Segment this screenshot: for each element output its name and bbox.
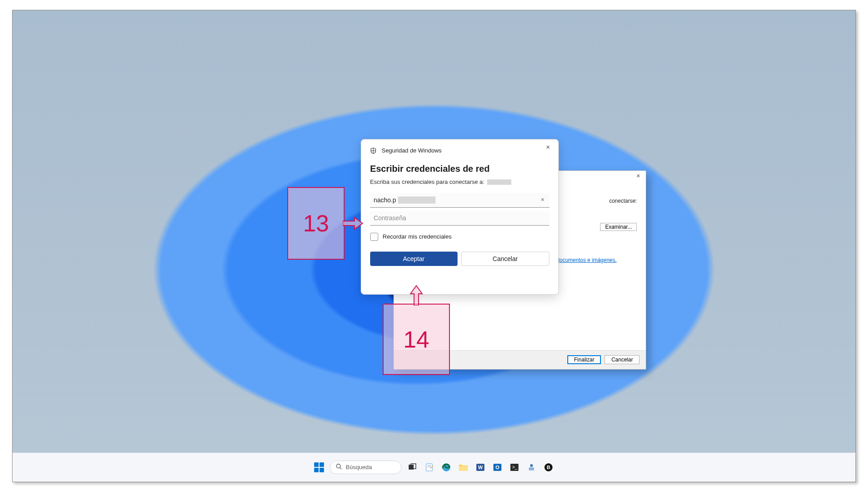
svg-rect-8	[459, 466, 468, 471]
taskbar-app-edge[interactable]	[440, 461, 453, 474]
credential-app-name: Seguridad de Windows	[382, 147, 442, 154]
arrow-right-icon	[343, 216, 363, 231]
outlook-icon: O	[492, 462, 502, 472]
wizard-cancel-button[interactable]: Cancelar	[605, 355, 639, 364]
username-input[interactable]	[370, 193, 549, 208]
taskbar: Búsqueda W O >_ B	[13, 453, 855, 482]
username-field-wrapper: ×	[370, 193, 549, 208]
taskbar-search[interactable]: Búsqueda	[330, 461, 402, 474]
svg-rect-16	[529, 467, 534, 470]
svg-text:O: O	[496, 465, 500, 470]
redacted-server-name	[487, 179, 511, 185]
wizard-instruction-tail: conectarse:	[609, 198, 637, 204]
annotation-step-13: 13	[287, 187, 345, 260]
arrow-up-icon	[409, 284, 424, 305]
folder-icon	[458, 463, 468, 472]
screenshot-frame: × conectarse: Examinar... Conectar con o…	[12, 10, 856, 482]
clear-username-icon[interactable]: ×	[539, 196, 547, 204]
taskbar-app-generic-2[interactable]: B	[542, 461, 555, 474]
credential-button-row: Aceptar Cancelar	[370, 252, 549, 266]
svg-text:B: B	[547, 465, 551, 470]
remember-credentials-row[interactable]: Recordar mis credenciales	[370, 233, 549, 241]
redacted-username-tail	[398, 196, 436, 204]
windows-logo-icon	[314, 462, 324, 472]
credential-titlebar: Seguridad de Windows	[370, 146, 549, 156]
remember-credentials-label: Recordar mis credenciales	[383, 233, 452, 240]
accept-button[interactable]: Aceptar	[370, 252, 458, 266]
credential-cancel-button[interactable]: Cancelar	[461, 252, 549, 266]
svg-text:W: W	[478, 465, 483, 470]
terminal-icon: >_	[510, 463, 519, 471]
credential-subtext: Escriba sus credenciales para conectarse…	[370, 179, 549, 185]
taskbar-app-generic-1[interactable]	[525, 461, 538, 474]
circle-b-icon: B	[544, 463, 553, 472]
checkbox-unchecked-icon	[370, 233, 378, 241]
edge-icon	[441, 462, 451, 472]
credential-close-button[interactable]: ×	[543, 143, 553, 153]
wizard-close-button[interactable]: ×	[630, 171, 646, 182]
word-icon: W	[475, 462, 485, 472]
browse-button[interactable]: Examinar...	[600, 223, 637, 231]
shield-icon	[370, 148, 376, 154]
credential-heading: Escribir credenciales de red	[370, 164, 549, 174]
taskbar-app-outlook[interactable]: O	[491, 461, 504, 474]
svg-text:>_: >_	[512, 465, 518, 470]
password-input[interactable]	[370, 211, 549, 226]
annotation-step-14: 14	[383, 304, 450, 375]
svg-point-0	[337, 464, 341, 468]
taskbar-search-placeholder: Búsqueda	[345, 464, 372, 470]
app-icon	[527, 463, 536, 472]
taskbar-app-notepad[interactable]	[423, 461, 436, 474]
password-field-wrapper	[370, 211, 549, 226]
svg-point-15	[530, 464, 533, 467]
search-icon	[336, 463, 342, 471]
svg-line-1	[340, 468, 342, 470]
credential-dialog: Seguridad de Windows × Escribir credenci…	[361, 139, 559, 295]
task-view-button[interactable]	[406, 461, 419, 474]
taskbar-app-terminal[interactable]: >_	[508, 461, 521, 474]
task-view-icon	[408, 463, 416, 471]
notepad-icon	[425, 463, 434, 472]
finish-button[interactable]: Finalizar	[567, 355, 601, 364]
taskbar-app-word[interactable]: W	[474, 461, 487, 474]
start-button[interactable]	[313, 461, 325, 474]
taskbar-app-file-explorer[interactable]	[457, 461, 470, 474]
